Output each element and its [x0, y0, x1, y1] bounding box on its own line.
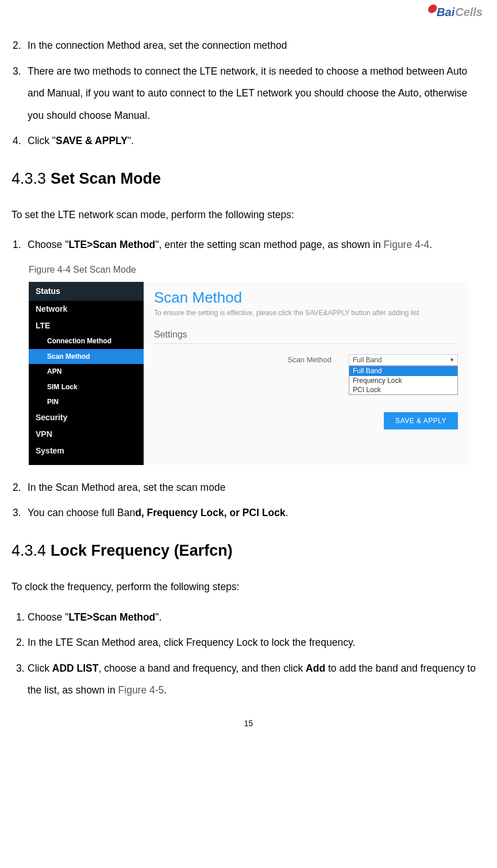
scan-method-select[interactable]: Full Band ▼ Full Band Frequency Lock PCI… — [349, 354, 458, 396]
list-text: In the connection Method area, set the c… — [28, 34, 486, 57]
sidebar-item-security[interactable]: Security — [29, 409, 144, 426]
sidebar-sub-connection-method[interactable]: Connection Method — [29, 334, 144, 348]
list-text: There are two methods to connect the LTE… — [28, 60, 486, 127]
select-dropdown: Full Band Frequency Lock PCI Lock — [349, 366, 458, 395]
sidebar-sub-sim-lock[interactable]: SIM Lock — [29, 379, 144, 394]
list-number: 2. — [11, 34, 28, 57]
wifi-icon: ⬤ — [427, 3, 437, 13]
list-item: 2. In the LTE Scan Method area, click Fr… — [11, 631, 486, 654]
panel-subtitle: To ensure the setting is effective, plea… — [154, 309, 458, 317]
sidebar: Status Network LTE Connection Method Sca… — [29, 282, 144, 465]
list-item: 1. Choose "LTE>Scan Method", enter the s… — [11, 234, 486, 256]
list-item: 3. You can choose full Band, Frequency L… — [11, 502, 486, 524]
body-text: To set the LTE network scan mode, perfor… — [11, 204, 486, 226]
page-content: 2. In the connection Method area, set th… — [0, 0, 497, 702]
list-item: 3. There are two methods to connect the … — [11, 60, 486, 127]
list-text: Click ADD LIST, choose a band and freque… — [28, 657, 486, 702]
sidebar-item-status[interactable]: Status — [29, 282, 144, 301]
sidebar-item-network[interactable]: Network — [29, 301, 144, 317]
figure-caption: Figure 4-4 Set Scan Mode — [29, 259, 486, 280]
logo: ⬤ BaiCells — [426, 6, 483, 19]
list-text: In the Scan Method area, set the scan mo… — [28, 476, 486, 499]
panel-title: Scan Method — [154, 289, 458, 307]
chevron-down-icon: ▼ — [449, 357, 454, 363]
list-text: Click "SAVE & APPLY". — [28, 130, 486, 152]
screenshot-figure-4-4: Status Network LTE Connection Method Sca… — [29, 282, 468, 465]
sidebar-item-lte[interactable]: LTE — [29, 317, 144, 334]
select-option[interactable]: Frequency Lock — [349, 376, 457, 385]
list-item: 2. In the Scan Method area, set the scan… — [11, 476, 486, 499]
section-header: Settings — [154, 329, 458, 344]
list-text: In the LTE Scan Method area, click Frequ… — [28, 631, 486, 654]
list-number: 4. — [11, 130, 28, 152]
select-value[interactable]: Full Band ▼ — [349, 354, 458, 366]
list-number: 2. — [11, 476, 28, 499]
list-number: 3. — [11, 502, 28, 524]
heading-4-3-3: 4.3.3 Set Scan Mode — [11, 169, 486, 188]
logo-text-cells: Cells — [455, 6, 483, 19]
list-number: 3. — [11, 60, 28, 127]
list-number: 1. — [11, 606, 28, 629]
page-number: 15 — [0, 719, 497, 728]
sidebar-item-system[interactable]: System — [29, 443, 144, 459]
sidebar-sub-scan-method[interactable]: Scan Method — [29, 349, 144, 364]
sidebar-sub-pin[interactable]: PIN — [29, 394, 144, 409]
form-row-scan-method: Scan Method Full Band ▼ Full Band Freque… — [154, 354, 458, 396]
list-item: 2. In the connection Method area, set th… — [11, 34, 486, 57]
list-item: 1. Choose "LTE>Scan Method". — [11, 606, 486, 629]
logo-text-bai: Bai — [437, 6, 454, 19]
sidebar-item-vpn[interactable]: VPN — [29, 426, 144, 443]
list-number: 2. — [11, 631, 28, 654]
heading-number: 4.3.4 — [11, 541, 46, 560]
sidebar-sub-apn[interactable]: APN — [29, 364, 144, 379]
list-text: You can choose full Band, Frequency Lock… — [28, 502, 486, 524]
select-option[interactable]: Full Band — [349, 366, 457, 375]
body-text: To clock the frequency, perform the foll… — [11, 576, 486, 598]
heading-text: Lock Frequency (Earfcn) — [51, 541, 233, 560]
list-text: Choose "LTE>Scan Method", enter the sett… — [28, 234, 486, 256]
list-item: 4. Click "SAVE & APPLY". — [11, 130, 486, 152]
form-label: Scan Method — [287, 354, 332, 365]
heading-text: Set Scan Mode — [51, 169, 161, 188]
list-number: 1. — [11, 234, 28, 256]
select-option[interactable]: PCI Lock — [349, 385, 457, 394]
list-number: 3. — [11, 657, 28, 702]
save-apply-button[interactable]: SAVE & APPLY — [384, 412, 458, 429]
main-panel: Scan Method To ensure the setting is eff… — [144, 282, 468, 465]
heading-4-3-4: 4.3.4 Lock Frequency (Earfcn) — [11, 541, 486, 560]
heading-number: 4.3.3 — [11, 169, 46, 188]
list-item: 3. Click ADD LIST, choose a band and fre… — [11, 657, 486, 702]
list-text: Choose "LTE>Scan Method". — [28, 606, 486, 629]
